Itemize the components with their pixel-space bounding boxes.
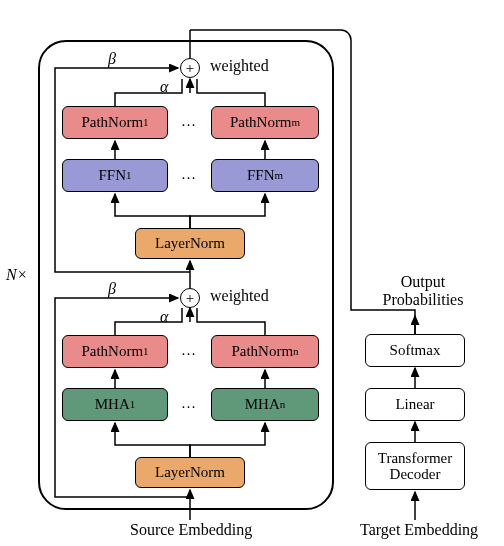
- pathnorm-bottom-right: PathNormn: [211, 335, 319, 368]
- repeat-text: N×: [6, 266, 27, 283]
- alpha-label-top: α: [160, 78, 168, 96]
- mha-left-text: MHA: [95, 396, 130, 413]
- weighted-label-bottom: weighted: [210, 287, 269, 305]
- mha-right: MHAn: [211, 388, 319, 421]
- weighted-label-top: weighted: [210, 57, 269, 75]
- target-embedding-label: Target Embedding: [360, 521, 478, 539]
- pathnorm-top-right-text: PathNorm: [230, 114, 292, 131]
- sum-node-bottom: +: [180, 288, 200, 308]
- ellipsis-bottom-1: …: [181, 342, 197, 359]
- layernorm-top: LayerNorm: [135, 228, 245, 259]
- linear-box: Linear: [365, 388, 465, 421]
- pathnorm-top-left-idx: 1: [143, 116, 149, 128]
- ellipsis-top-2: …: [181, 166, 197, 183]
- beta-label-bottom: β: [108, 280, 116, 298]
- pathnorm-bottom-left-idx: 1: [143, 345, 149, 357]
- pathnorm-top-left-text: PathNorm: [81, 114, 143, 131]
- pathnorm-top-right-idx: m: [292, 116, 301, 128]
- pathnorm-bottom-right-text: PathNorm: [231, 343, 293, 360]
- ffn-left: FFN1: [62, 159, 168, 192]
- pathnorm-bottom-right-idx: n: [293, 345, 299, 357]
- repeat-label: N×: [6, 266, 27, 284]
- ffn-right-text: FFN: [247, 167, 275, 184]
- alpha-label-bottom: α: [160, 308, 168, 326]
- ffn-right: FFNm: [211, 159, 319, 192]
- mha-left: MHA1: [62, 388, 168, 421]
- layernorm-bottom: LayerNorm: [135, 457, 245, 488]
- ffn-left-text: FFN: [98, 167, 126, 184]
- beta-label-top: β: [108, 50, 116, 68]
- mha-left-idx: 1: [130, 398, 136, 410]
- pathnorm-top-left: PathNorm1: [62, 106, 168, 139]
- pathnorm-top-right: PathNormm: [211, 106, 319, 139]
- pathnorm-bottom-left-text: PathNorm: [81, 343, 143, 360]
- output-prob-label: Output Probabilities: [378, 273, 468, 309]
- ellipsis-top-1: …: [181, 113, 197, 130]
- transformer-decoder-box: Transformer Decoder: [365, 442, 465, 490]
- ellipsis-bottom-2: …: [181, 395, 197, 412]
- softmax-box: Softmax: [365, 334, 465, 367]
- source-embedding-label: Source Embedding: [130, 521, 252, 539]
- sum-node-top: +: [180, 58, 200, 78]
- ffn-left-idx: 1: [126, 169, 132, 181]
- mha-right-text: MHA: [245, 396, 280, 413]
- pathnorm-bottom-left: PathNorm1: [62, 335, 168, 368]
- mha-right-idx: n: [280, 398, 286, 410]
- ffn-right-idx: m: [274, 169, 283, 181]
